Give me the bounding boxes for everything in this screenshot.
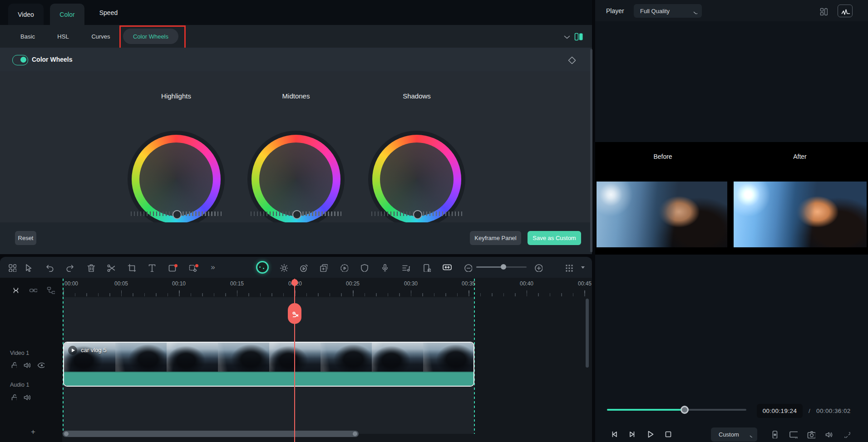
keyframe-add-button[interactable] (567, 55, 576, 64)
layout-button[interactable] (819, 0, 828, 21)
player-header: Player Full Quality (595, 0, 868, 21)
add-track-button[interactable]: + (27, 426, 39, 438)
play-button[interactable] (643, 427, 657, 441)
midtones-wheel-disc[interactable] (259, 142, 333, 216)
tab-bar: Video Color Speed (0, 0, 592, 25)
highlights-luminance-slider[interactable] (131, 210, 222, 218)
zoom-preset-dropdown[interactable]: Custom (711, 427, 757, 442)
keyframe-panel-button[interactable]: Keyframe Panel (470, 231, 521, 245)
audio-track-lock[interactable] (7, 390, 19, 402)
delete-button[interactable] (84, 260, 97, 274)
color-wheels-title: Color Wheels (32, 48, 72, 71)
speaker-icon (22, 392, 30, 400)
zoom-slider-handle[interactable] (501, 264, 506, 270)
fit-timeline-button[interactable] (440, 260, 454, 274)
subtab-basic[interactable]: Basic (14, 25, 41, 48)
shadows-wheel-disc[interactable] (380, 142, 454, 216)
snapshot-button[interactable] (804, 427, 818, 441)
midtones-luminance-slider[interactable] (251, 210, 341, 218)
timeline-horizontal-scrollbar[interactable] (63, 431, 359, 437)
device-settings-button[interactable] (419, 260, 433, 274)
tab-color[interactable]: Color (50, 4, 84, 25)
subtab-curves[interactable]: Curves (87, 25, 114, 48)
subtab-hsl[interactable]: HSL (51, 25, 75, 48)
media-button[interactable] (5, 260, 19, 274)
video-track-lock[interactable] (7, 358, 19, 370)
reset-button[interactable]: Reset (15, 231, 36, 245)
redo-button[interactable] (62, 260, 76, 274)
color-tool-button[interactable] (256, 260, 269, 274)
highlights-wheel-disc[interactable] (139, 142, 213, 216)
voiceover-button[interactable] (377, 260, 391, 274)
fullscreen-button[interactable] (839, 427, 853, 441)
record-play-icon (339, 263, 348, 272)
scopes-button[interactable] (838, 5, 853, 17)
mask-button[interactable] (165, 260, 178, 274)
layout-grid-icon (819, 6, 828, 15)
ruler-time: 00:00 (64, 280, 78, 287)
shadows-luminance-slider[interactable] (371, 210, 462, 218)
ripple-edit-button[interactable] (44, 284, 56, 295)
shadows-slider-handle[interactable] (413, 210, 422, 219)
video-clip[interactable]: car vlog 5 (63, 342, 474, 387)
tab-video[interactable]: Video (8, 4, 44, 25)
volume-button[interactable] (822, 427, 835, 441)
ai-effects-button[interactable] (186, 260, 199, 274)
more-tools-button[interactable]: » (206, 260, 220, 274)
color-wheels-toggle[interactable] (12, 55, 28, 65)
playback-seek-slider[interactable] (607, 409, 746, 411)
crop-icon (127, 263, 136, 272)
eye-icon (36, 360, 44, 368)
player-viewport: Before After (595, 142, 868, 255)
next-frame-icon (627, 429, 637, 439)
next-frame-button[interactable] (625, 427, 639, 441)
link-clips-button[interactable] (27, 284, 39, 295)
timeline-zoom-slider[interactable] (476, 266, 527, 268)
trash-icon (86, 263, 95, 272)
color-subtab-bar: Basic HSL Curves Color Wheels (0, 25, 592, 48)
text-button[interactable] (144, 260, 158, 274)
quality-dropdown[interactable]: Full Quality (634, 4, 702, 18)
tab-speed[interactable]: Speed (93, 0, 124, 25)
ruler-time: 00:25 (346, 280, 360, 287)
phone-preview-button[interactable] (767, 427, 781, 441)
video-track-mute[interactable] (20, 358, 32, 370)
audio-adjust-button[interactable] (399, 260, 412, 274)
split-button[interactable] (104, 260, 117, 274)
add-clip-button[interactable] (316, 260, 330, 274)
undo-button[interactable] (42, 260, 56, 274)
video-track-visibility[interactable] (35, 358, 46, 370)
zoom-in-button[interactable] (531, 260, 545, 274)
mask-shield-button[interactable] (357, 260, 370, 274)
select-tool-button[interactable] (21, 260, 35, 274)
chevron-down-icon (691, 8, 697, 14)
subtab-color-wheels[interactable]: Color Wheels (123, 29, 178, 44)
stop-button[interactable] (661, 427, 675, 441)
properties-scrollbar[interactable] (590, 49, 592, 252)
track-manager-dropdown[interactable] (576, 260, 590, 274)
seek-handle[interactable] (681, 406, 689, 414)
timeline-vertical-scrollbar[interactable] (586, 299, 589, 368)
crop-button[interactable] (124, 260, 138, 274)
save-as-custom-button[interactable]: Save as Custom (528, 231, 581, 245)
split-at-playhead-button[interactable] (288, 303, 301, 324)
highlights-slider-handle[interactable] (173, 210, 182, 219)
render-preview-button[interactable] (276, 260, 290, 274)
snap-toggle-button[interactable] (9, 284, 21, 295)
track-manager-button[interactable] (562, 260, 575, 274)
prev-frame-icon (609, 429, 619, 439)
audio-mixer-icon (401, 263, 410, 272)
total-timecode: 00:00:36:02 (816, 404, 851, 418)
scissors-icon (291, 310, 298, 317)
auto-reframe-button[interactable] (337, 260, 350, 274)
previous-frame-button[interactable] (607, 427, 621, 441)
volume-icon (824, 429, 833, 438)
collapse-chevron[interactable] (562, 25, 571, 48)
speed-ramping-button[interactable] (296, 260, 310, 274)
audio-track-mute[interactable] (20, 390, 32, 402)
split-view-toggle[interactable] (573, 25, 583, 48)
zoom-out-button[interactable] (461, 260, 474, 274)
display-output-button[interactable] (786, 427, 800, 441)
shadows-label: Shadows (371, 92, 462, 100)
midtones-slider-handle[interactable] (292, 210, 301, 219)
